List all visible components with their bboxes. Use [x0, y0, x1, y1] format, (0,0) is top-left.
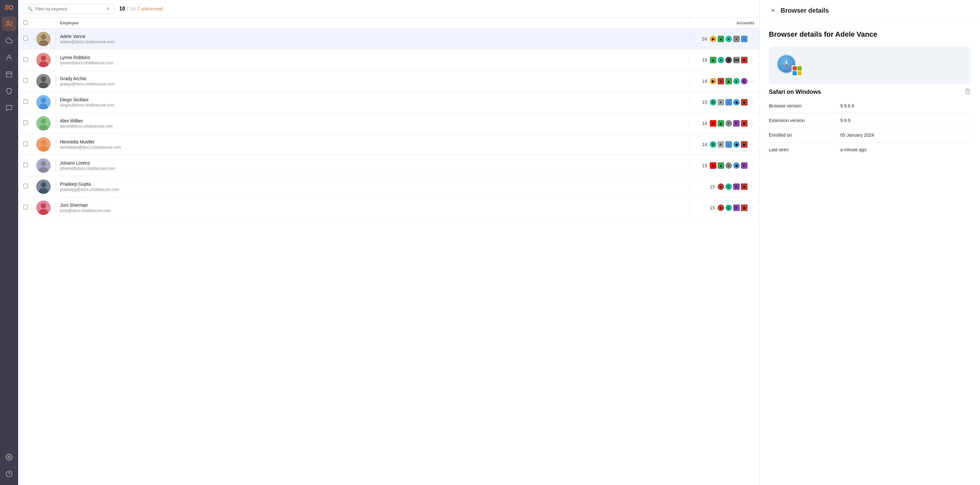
- panel-body: Browser details for Adele Vance: [760, 21, 980, 166]
- svg-point-13: [41, 56, 46, 61]
- app-icon: F: [733, 120, 740, 127]
- account-icons-diego: 15 G d. ↓ ◆ ■ ···: [689, 99, 754, 105]
- sidebar: //O: [0, 0, 18, 485]
- more-options-icon[interactable]: ···: [750, 57, 754, 63]
- more-options-icon[interactable]: ···: [750, 99, 754, 105]
- table-row[interactable]: Adele Vance adelev@docs.ctrlaltsecure.co…: [18, 29, 759, 49]
- app-icon: ▲: [718, 120, 724, 127]
- app-icon: •: [725, 120, 732, 127]
- search-box[interactable]: 🔍 ✕: [23, 4, 114, 14]
- panel-header: ✕ Browser details: [760, 0, 980, 21]
- employee-info-alex: Alex Wilber alexw@docs.ctrlaltsecure.com: [56, 118, 689, 129]
- account-icons-grady: 18 ▶ ● ▲ ● C ···: [689, 78, 754, 85]
- more-options-icon[interactable]: ···: [750, 184, 754, 190]
- sidebar-item-help[interactable]: [2, 467, 16, 481]
- table-row[interactable]: Johann Lorenz johannl@docs.ctrlaltsecure…: [18, 155, 759, 176]
- more-options-icon[interactable]: ···: [750, 163, 754, 169]
- sidebar-item-person[interactable]: [2, 50, 16, 65]
- table-row[interactable]: Alex Wilber alexw@docs.ctrlaltsecure.com…: [18, 113, 759, 134]
- sidebar-item-calendar[interactable]: [2, 67, 16, 81]
- employee-name: Johann Lorenz: [60, 160, 689, 166]
- app-icon: ↓: [725, 99, 732, 105]
- more-options-icon[interactable]: ···: [750, 78, 754, 84]
- browser-name: Safari on Windows: [769, 89, 964, 96]
- close-panel-button[interactable]: ✕: [769, 6, 777, 14]
- select-all-checkbox[interactable]: [23, 21, 27, 25]
- detail-label: Extension version: [769, 118, 840, 123]
- more-options-icon[interactable]: ···: [750, 142, 754, 147]
- avatar-johann: [36, 158, 56, 173]
- table-row[interactable]: Joni Sherman jonis@docs.ctrlaltsecure.co…: [18, 197, 759, 219]
- row-checkbox-grady[interactable]: [23, 78, 36, 84]
- row-checkbox-adele[interactable]: [23, 36, 36, 42]
- main-content: 🔍 ✕ 10 / 10 7 unlicensed Employee Accoun…: [18, 0, 759, 485]
- more-options-icon[interactable]: ···: [750, 36, 754, 42]
- sidebar-item-settings[interactable]: [2, 450, 16, 464]
- table-row[interactable]: Grady Archie gradya@docs.ctrlaltsecure.c…: [18, 71, 759, 92]
- unlicensed-label: 7 unlicensed: [137, 6, 163, 11]
- app-icon: C: [725, 204, 732, 211]
- row-checkbox-lynne[interactable]: [23, 57, 36, 63]
- svg-rect-2: [6, 72, 12, 78]
- app-icon: F: [733, 204, 740, 211]
- app-icon: G: [710, 99, 716, 105]
- safari-compass-icon: [780, 57, 793, 70]
- app-icon: •: [725, 162, 732, 169]
- avatar-alex: [36, 116, 56, 131]
- employee-info-lynne: Lynne Robbins lynner@docs.ctrlaltsecure.…: [56, 55, 689, 65]
- row-checkbox-joni[interactable]: [23, 205, 36, 211]
- table-row[interactable]: Pradeep Gupta pradeepg@docs.ctrlaltsecur…: [18, 176, 759, 197]
- row-checkbox-alex[interactable]: [23, 120, 36, 126]
- count-current: 10: [119, 6, 125, 12]
- table-row[interactable]: Henrietta Mueller henriettam@docs.ctrlal…: [18, 134, 759, 155]
- account-icons-joni: 15 ● C F ■ ···: [689, 204, 754, 211]
- table-row[interactable]: Diego Siciliani diegos@docs.ctrlaltsecur…: [18, 92, 759, 113]
- avatar-pradeep: [36, 180, 56, 194]
- detail-row-last-seen: Last seen a minute ago: [769, 142, 971, 157]
- app-icon: ↓: [725, 141, 732, 148]
- account-icons-adele: 24 ▶ ▲ ● • ↓ ···: [689, 36, 754, 42]
- browser-logo-container: [777, 54, 803, 76]
- employee-email: jonis@docs.ctrlaltsecure.com: [60, 208, 689, 213]
- sidebar-item-cloud[interactable]: [2, 34, 16, 48]
- detail-row-browser-version: Browser version 9.9.9.9: [769, 99, 971, 113]
- employee-email: diegos@docs.ctrlaltsecure.com: [60, 103, 689, 107]
- sidebar-item-users[interactable]: [2, 16, 16, 31]
- sidebar-item-shield[interactable]: [2, 84, 16, 98]
- svg-point-10: [41, 34, 46, 40]
- count-total: 10: [130, 6, 135, 11]
- app-icon: ■: [741, 141, 748, 148]
- table-row[interactable]: Lynne Robbins lynner@docs.ctrlaltsecure.…: [18, 49, 759, 71]
- more-options-icon[interactable]: ···: [750, 205, 754, 211]
- app-icon: ●: [718, 78, 724, 85]
- clear-icon[interactable]: ✕: [106, 6, 110, 11]
- employee-info-johann: Johann Lorenz johannl@docs.ctrlaltsecure…: [56, 160, 689, 171]
- app-icon: ●: [725, 36, 732, 42]
- employee-email: henriettam@docs.ctrlaltsecure.com: [60, 145, 689, 150]
- panel-title: Browser details: [781, 7, 829, 14]
- svg-point-0: [7, 21, 10, 23]
- count-info: 10 / 10 7 unlicensed: [119, 6, 163, 12]
- employee-info-adele: Adele Vance adelev@docs.ctrlaltsecure.co…: [56, 34, 689, 44]
- more-options-icon[interactable]: ···: [750, 120, 754, 126]
- app-icon: G: [710, 141, 716, 148]
- row-checkbox-henrietta[interactable]: [23, 142, 36, 147]
- row-checkbox-diego[interactable]: [23, 99, 36, 105]
- employee-info-diego: Diego Siciliani diegos@docs.ctrlaltsecur…: [56, 97, 689, 107]
- row-checkbox-pradeep[interactable]: [23, 184, 36, 190]
- header-check: [23, 21, 36, 26]
- app-icon: ●: [718, 204, 724, 211]
- employee-email: adelev@docs.ctrlaltsecure.com: [60, 40, 689, 44]
- panel-subtitle: Browser details for Adele Vance: [769, 30, 971, 38]
- employee-name: Pradeep Gupta: [60, 182, 689, 187]
- row-checkbox-johann[interactable]: [23, 163, 36, 169]
- sidebar-item-chat[interactable]: [2, 101, 16, 115]
- delete-button[interactable]: [964, 88, 971, 96]
- app-icon: C: [725, 183, 732, 190]
- app-icon: ■: [741, 183, 748, 190]
- detail-label: Browser version: [769, 103, 840, 108]
- svg-point-22: [41, 119, 46, 124]
- search-input[interactable]: [35, 6, 103, 11]
- employee-info-pradeep: Pradeep Gupta pradeepg@docs.ctrlaltsecur…: [56, 182, 689, 192]
- ms-red-square: [792, 66, 797, 70]
